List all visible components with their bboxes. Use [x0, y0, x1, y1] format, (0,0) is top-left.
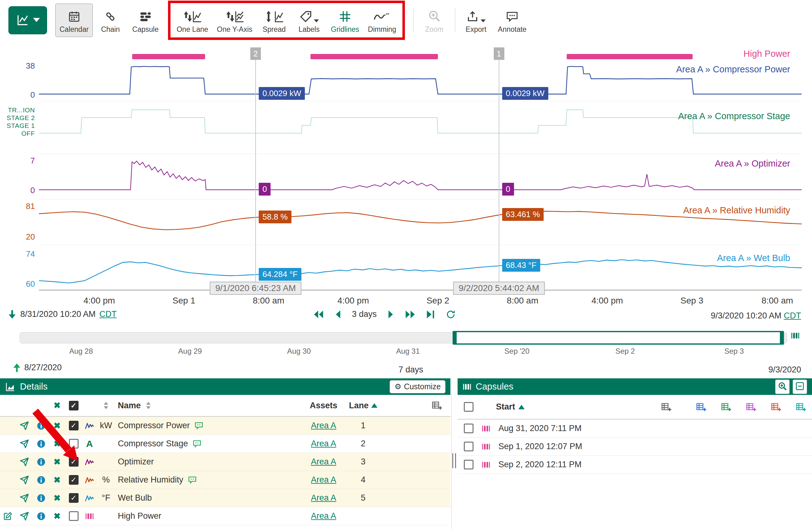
trend-line-optimizer[interactable] — [39, 161, 802, 190]
select-all-capsules-checkbox[interactable]: ✓ — [464, 402, 474, 412]
toolbar-button-gridlines[interactable]: Gridlines — [327, 3, 364, 37]
toolbar-button-chain[interactable]: Chain — [93, 3, 128, 37]
add-signal-column-icon[interactable] — [771, 402, 781, 412]
details-row-compressor-stage[interactable]: ✖✓ACompressor StageArea A2 — [0, 435, 450, 453]
info-icon[interactable] — [33, 471, 49, 489]
selection-handle-left[interactable] — [453, 331, 456, 345]
capsule-row[interactable]: ✓Sep 2, 2020 12:11 PM — [458, 456, 812, 474]
panel-resize-divider[interactable] — [450, 378, 458, 529]
add-column-icon[interactable] — [381, 395, 450, 416]
trend-chart[interactable]: 380Area A » Compressor PowerHigh PowerTR… — [0, 41, 812, 309]
toolbar-button-export[interactable]: Export — [459, 3, 493, 37]
add-signal-column-icon[interactable] — [696, 402, 707, 412]
toolbar-button-zoom[interactable]: Zoom — [417, 3, 452, 37]
details-row-relative-humidity[interactable]: ✖✓%Relative HumidityArea A4 — [0, 471, 450, 489]
toolbar-button-labels[interactable]: Labels — [292, 3, 327, 37]
visibility-checkbox[interactable]: ✓ — [65, 471, 82, 489]
visibility-checkbox[interactable]: ✓ — [65, 489, 82, 507]
timezone-link[interactable]: CDT — [99, 310, 117, 319]
collapse-panel-button[interactable] — [793, 380, 807, 394]
pan-forward-button[interactable] — [388, 310, 394, 319]
info-icon[interactable] — [33, 417, 49, 434]
navigate-item-icon[interactable] — [16, 453, 33, 471]
remove-icon[interactable]: ✖ — [49, 417, 65, 434]
toolbar-button-calendar[interactable]: Calendar — [55, 3, 93, 37]
details-row-high-power[interactable]: ✖✓High PowerArea A — [0, 507, 450, 525]
capsule-bar[interactable] — [567, 54, 693, 59]
capsule-timeline-icon[interactable] — [791, 331, 799, 341]
workbench-logo-button[interactable] — [9, 6, 47, 34]
pan-back-button[interactable] — [334, 310, 341, 319]
pan-forward-full-button[interactable] — [405, 310, 416, 319]
capsule-checkbox[interactable]: ✓ — [464, 460, 474, 469]
expand-investigate-range-button[interactable] — [13, 363, 21, 372]
toolbar-button-capsule[interactable]: Capsule — [128, 3, 163, 37]
asset-link[interactable]: Area A — [302, 507, 345, 525]
remove-all-button[interactable]: ✖ — [49, 395, 65, 416]
navigate-item-icon[interactable] — [16, 417, 33, 434]
pan-back-full-button[interactable] — [313, 310, 324, 319]
remove-icon[interactable]: ✖ — [49, 471, 65, 489]
timeline-selection[interactable] — [453, 331, 783, 345]
add-signal-column-icon[interactable] — [721, 402, 731, 412]
details-row-optimizer[interactable]: ✖✓OptimizerArea A3 — [0, 453, 450, 471]
visibility-checkbox[interactable]: ✓ — [65, 435, 82, 453]
lane-column-header[interactable]: Lane — [345, 395, 381, 416]
edit-icon[interactable] — [0, 507, 16, 525]
cursor-line[interactable] — [255, 48, 256, 282]
customize-button[interactable]: ⚙ Customize — [390, 380, 446, 393]
cursor-number-badge[interactable]: 2 — [250, 47, 261, 60]
asset-link[interactable]: Area A — [302, 417, 345, 434]
toolbar-button-spread[interactable]: Spread — [257, 3, 292, 37]
add-signal-column-icon[interactable] — [796, 402, 807, 412]
name-column-header[interactable]: Name — [115, 395, 302, 416]
capsule-bar[interactable] — [132, 54, 205, 59]
comment-icon[interactable] — [188, 476, 197, 484]
add-signal-column-icon[interactable] — [746, 402, 756, 412]
visibility-checkbox[interactable]: ✓ — [65, 417, 82, 434]
asset-link[interactable]: Area A — [302, 471, 345, 489]
trend-line-wet-bulb[interactable] — [39, 260, 802, 283]
remove-icon[interactable]: ✖ — [49, 435, 65, 453]
visibility-checkbox[interactable]: ✓ — [65, 507, 82, 525]
selection-handle-right[interactable] — [780, 331, 784, 345]
remove-icon[interactable]: ✖ — [49, 507, 65, 525]
cursor-line[interactable] — [499, 48, 499, 282]
toolbar-button-dimming[interactable]: Dimming — [363, 3, 401, 37]
resize-grip-icon[interactable] — [452, 453, 456, 468]
details-row-compressor-power[interactable]: ✖✓kWCompressor PowerArea A1 — [0, 417, 450, 435]
assets-column-header[interactable]: Assets — [302, 395, 345, 416]
info-icon[interactable] — [33, 453, 49, 471]
info-icon[interactable] — [33, 507, 49, 525]
add-column-icon[interactable] — [661, 402, 672, 412]
go-to-now-button[interactable] — [426, 310, 435, 319]
capsule-checkbox[interactable]: ✓ — [464, 442, 474, 451]
navigate-item-icon[interactable] — [16, 471, 33, 489]
remove-icon[interactable]: ✖ — [49, 489, 65, 507]
start-column-header[interactable]: Start — [496, 402, 525, 412]
sort-type-icon[interactable] — [97, 395, 115, 416]
navigate-item-icon[interactable] — [16, 507, 33, 525]
comment-icon[interactable] — [194, 421, 204, 430]
remove-icon[interactable]: ✖ — [49, 453, 65, 471]
cursor-number-badge[interactable]: 1 — [494, 47, 504, 60]
capsule-row[interactable]: ✓Aug 31, 2020 7:11 PM — [458, 419, 812, 438]
zoom-to-capsule-button[interactable] — [775, 380, 789, 394]
toolbar-button-one-y-axis[interactable]: One Y-Axis — [213, 3, 257, 37]
auto-update-button[interactable] — [446, 310, 455, 319]
capsule-bar[interactable] — [310, 54, 438, 59]
timezone-link[interactable]: CDT — [784, 311, 801, 320]
toolbar-button-one-lane[interactable]: One Lane — [172, 3, 213, 37]
duration-label[interactable]: 3 days — [352, 310, 377, 319]
comment-icon[interactable] — [192, 440, 202, 448]
details-row-wet-bulb[interactable]: ✖✓°FWet BulbArea A5 — [0, 489, 450, 507]
visibility-checkbox[interactable]: ✓ — [65, 453, 82, 471]
asset-link[interactable]: Area A — [302, 453, 345, 471]
select-all-checkbox[interactable]: ✓ — [65, 395, 82, 416]
navigate-item-icon[interactable] — [16, 435, 33, 453]
move-range-start-button[interactable] — [8, 310, 16, 319]
toolbar-button-annotate[interactable]: Annotate — [493, 3, 531, 37]
info-icon[interactable] — [33, 435, 49, 453]
capsule-checkbox[interactable]: ✓ — [464, 424, 474, 433]
asset-link[interactable]: Area A — [302, 489, 345, 507]
